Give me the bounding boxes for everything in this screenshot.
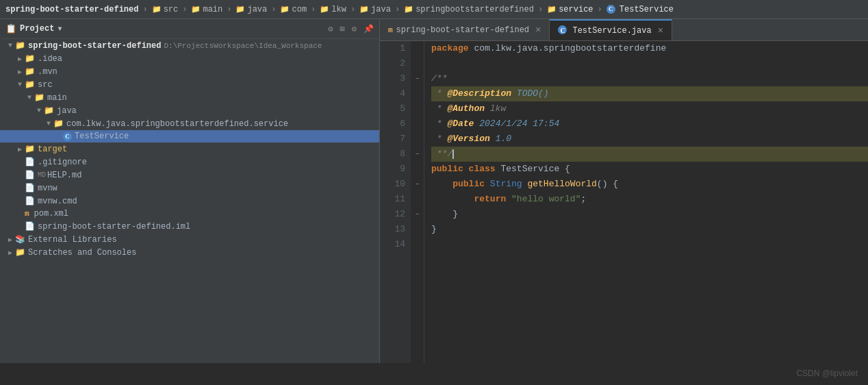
tree-mvn-label: .mvn	[38, 67, 58, 77]
java-folder-icon: 📁	[44, 105, 54, 116]
tree-item-mvnwcmd[interactable]: 📄 mvnw.cmd	[0, 195, 379, 208]
title-project: spring-boot-starter-defined	[5, 5, 138, 14]
mvnwcmd-file-icon: 📄	[25, 196, 35, 206]
tree: ▼ 📁 spring-boot-starter-defined D:\Proje…	[0, 39, 379, 259]
toggle-src[interactable]: ▼	[15, 81, 25, 88]
tree-mvnwcmd-label: mvnw.cmd	[38, 197, 77, 206]
tab-testservice-label: TestService.java	[572, 26, 651, 36]
tree-item-idea[interactable]: ▶ 📁 .idea	[0, 52, 379, 65]
fold-icon-3[interactable]: −	[415, 75, 419, 83]
tab-testservice[interactable]: C TestService.java ×	[550, 19, 672, 40]
tab-pom[interactable]: m spring-boot-starter-defined ×	[380, 19, 550, 40]
code-line-10: public String getHelloWorld() {	[431, 177, 868, 192]
breadcrumb-com[interactable]: 📁 com	[280, 5, 307, 14]
tree-item-gitignore[interactable]: 📄 .gitignore	[0, 156, 379, 169]
fold-icon-12[interactable]: −	[415, 211, 419, 219]
scratches-icon: 📁	[15, 247, 25, 258]
breadcrumb-java[interactable]: 📁 java	[235, 5, 267, 14]
tree-item-java[interactable]: ▼ 📁 java	[0, 104, 379, 117]
line-numbers: 1 2 3 4 5 6 7 8 9 10 11 12 13 14	[380, 41, 411, 363]
tree-item-pomxml[interactable]: m pom.xml	[0, 208, 379, 220]
sidebar-header-icons: ⚙ ⊞ ⚙ 📌	[328, 24, 374, 34]
tab-testservice-icon: C	[558, 25, 567, 36]
tab-bar: m spring-boot-starter-defined × C TestSe…	[380, 19, 868, 41]
ext-libs-icon: 📚	[15, 234, 25, 245]
tree-item-src[interactable]: ▼ 📁 src	[0, 78, 379, 91]
tab-pom-close[interactable]: ×	[535, 25, 541, 36]
package-folder-icon: 📁	[53, 119, 64, 129]
kw-package: package	[431, 41, 474, 56]
editor: m spring-boot-starter-defined × C TestSe…	[380, 19, 868, 363]
code-line-14	[431, 237, 868, 252]
tab-testservice-close[interactable]: ×	[658, 25, 663, 36]
project-dropdown-icon[interactable]: ▼	[58, 25, 62, 33]
pin-icon[interactable]: 📌	[363, 24, 374, 34]
folder-icon-springboot: 📁	[404, 5, 413, 14]
toggle-idea[interactable]: ▶	[15, 55, 25, 63]
target-folder-icon: 📁	[25, 144, 35, 154]
editor-content[interactable]: 1 2 3 4 5 6 7 8 9 10 11 12 13 14 −	[380, 41, 868, 363]
code-line-5: * @Authon lkw	[431, 101, 868, 116]
class-c-tab-icon: C	[558, 25, 567, 34]
breadcrumb-java2[interactable]: 📁 java	[359, 5, 391, 14]
tree-scratches-label: Scratches and Consoles	[28, 248, 136, 258]
breadcrumb-main[interactable]: 📁 main	[191, 5, 222, 14]
toggle-main[interactable]: ▼	[25, 94, 34, 101]
helpmd-file-icon: 📄	[25, 170, 35, 180]
breadcrumb-service[interactable]: 📁 service	[547, 5, 593, 14]
breadcrumb-springboot[interactable]: 📁 springbootstarterdefined	[404, 5, 534, 14]
tree-item-ext-libs[interactable]: ▶ 📚 External Libraries	[0, 233, 379, 246]
tree-item-testservice[interactable]: C TestService	[0, 130, 379, 142]
folder-icon-com: 📁	[280, 5, 290, 14]
toggle-ext-libs[interactable]: ▶	[5, 236, 15, 244]
toggle-package[interactable]: ▼	[44, 120, 53, 127]
tree-item-iml[interactable]: 📄 spring-boot-starter-defined.iml	[0, 220, 379, 233]
fold-icon-8[interactable]: −	[415, 151, 419, 158]
code-line-12: }	[431, 207, 868, 222]
title-bar: spring-boot-starter-defined › 📁 src › 📁 …	[0, 0, 868, 19]
settings-icon[interactable]: ⚙	[352, 24, 357, 34]
root-path: D:\ProjectsWorkspace\Idea_Workspace	[164, 42, 322, 50]
folder-icon-java: 📁	[235, 5, 245, 14]
tree-main-label: main	[47, 93, 67, 103]
idea-folder-icon: 📁	[25, 53, 35, 64]
code-area[interactable]: package com.lkw.java.springbootstarterde…	[424, 41, 868, 363]
breadcrumb-testservice[interactable]: C TestService	[607, 5, 674, 14]
pkg-name: com.lkw.java.springbootstarterdefine	[474, 41, 666, 56]
tree-item-target[interactable]: ▶ 📁 target	[0, 142, 379, 156]
tree-item-package[interactable]: ▼ 📁 com.lkw.java.springbootstarterdefine…	[0, 117, 379, 130]
tree-item-mvn[interactable]: ▶ 📁 .mvn	[0, 65, 379, 78]
toggle-java[interactable]: ▼	[34, 107, 44, 114]
breadcrumb-src[interactable]: 📁 src	[152, 5, 179, 14]
sidebar-header-title: 📋 Project ▼	[5, 23, 62, 34]
tree-gitignore-label: .gitignore	[38, 158, 87, 167]
tree-target-label: target	[38, 145, 67, 154]
toggle-target[interactable]: ▶	[15, 145, 25, 153]
toggle-scratches[interactable]: ▶	[5, 249, 15, 257]
tree-item-mvnw[interactable]: 📄 mvnw	[0, 182, 379, 195]
fold-icon-10[interactable]: −	[415, 181, 419, 188]
tree-item-main[interactable]: ▼ 📁 main	[0, 91, 379, 104]
gutter: − − − −	[411, 41, 424, 363]
breadcrumb-lkw[interactable]: 📁 lkw	[320, 5, 346, 14]
toggle-root[interactable]: ▼	[5, 42, 15, 49]
layout-icon[interactable]: ⊞	[340, 24, 345, 34]
tree-item-root[interactable]: ▼ 📁 spring-boot-starter-defined D:\Proje…	[0, 39, 379, 52]
tree-item-helpmd[interactable]: 📄 MD HELP.md	[0, 169, 379, 182]
code-line-6: * @Date 2024/1/24 17:54	[431, 116, 868, 132]
tree-idea-label: .idea	[38, 54, 62, 64]
tree-item-scratches[interactable]: ▶ 📁 Scratches and Consoles	[0, 246, 379, 259]
code-line-9: public class TestService {	[431, 162, 868, 177]
tree-testservice-label: TestService	[75, 132, 129, 141]
mvn-folder-icon: 📁	[25, 66, 35, 77]
folder-icon-main: 📁	[191, 5, 201, 14]
toggle-mvn[interactable]: ▶	[15, 68, 25, 76]
tree-ext-libs-label: External Libraries	[28, 235, 117, 245]
tab-pom-label: spring-boot-starter-defined	[396, 25, 529, 35]
gear-icon[interactable]: ⚙	[328, 24, 333, 34]
code-line-3: /**	[431, 71, 868, 86]
mvnw-file-icon: 📄	[25, 183, 35, 193]
folder-icon-java2: 📁	[359, 5, 369, 14]
tree-helpmd-label: HELP.md	[47, 171, 81, 180]
main-layout: 📋 Project ▼ ⚙ ⊞ ⚙ 📌 ▼ 📁 spring-boot-star…	[0, 19, 868, 363]
